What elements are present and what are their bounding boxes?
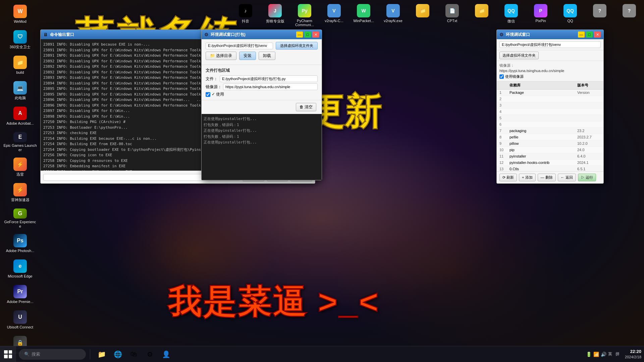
pkg-use-checkbox[interactable] — [206, 92, 210, 97]
desktop-icon-ubisoft[interactable]: U Ubisoft Connect — [1, 308, 39, 333]
desktop-icon-tr-douyin[interactable]: ♪ 抖音 — [233, 3, 258, 28]
icon-label: 雷神加速器 — [11, 198, 30, 202]
env-package-row[interactable]: 8 pefile 2023.2.7 — [497, 134, 603, 140]
pkg-clear-button[interactable]: 🗑 清空 — [296, 103, 316, 111]
env-col-ver: 版本号 — [577, 83, 601, 88]
pkg-unload-button[interactable]: 卸载 — [259, 52, 275, 60]
icon-label: v2rayN-C... — [325, 19, 343, 23]
env-package-row[interactable]: 5 — [497, 115, 603, 121]
tray-time-display: 22:20 — [625, 349, 641, 355]
env-pkg-version: 23.2 — [577, 129, 601, 133]
icon-label: PixPin — [535, 19, 546, 23]
desktop-icon-tr-pycharm[interactable]: Py PyCharm Communi... — [292, 3, 317, 28]
desktop-icon-epic[interactable]: E Epic Games Launcher — [1, 130, 39, 154]
env-run-button[interactable]: ▷ 运行 — [578, 174, 596, 181]
desktop-icon-360[interactable]: 🛡 360安全卫士 — [1, 28, 39, 52]
env-delete-button[interactable]: — 删除 — [538, 174, 556, 181]
start-button[interactable] — [0, 346, 16, 362]
pkg-file-row: 文件： — [206, 75, 318, 82]
desktop-icon-pc[interactable]: 💻 此电脑 — [1, 79, 39, 103]
tray-wifi-icon: 📶 — [593, 352, 599, 357]
pkg-window-content: 选择虚拟环境文件夹 📁 选择目录 安装 卸载 文件打包区域 文件： 镜像源： — [202, 39, 322, 180]
env-package-row[interactable]: 4 — [497, 109, 603, 115]
icon-image: A — [13, 107, 27, 120]
pkg-select-folder-button[interactable]: 选择虚拟环境文件夹 — [276, 42, 318, 50]
pkg-file-input[interactable] — [220, 75, 318, 82]
env-window-icon: ⚙ — [499, 32, 504, 37]
env-package-row[interactable]: 7 packaging 23.2 — [497, 128, 603, 134]
tray-input-method[interactable]: 英 拼 — [608, 351, 620, 357]
env-pkg-version: Version — [577, 90, 601, 95]
env-pkg-no: 2 — [499, 97, 509, 101]
tray-clock[interactable]: 22:20 2024/2/18 — [625, 349, 641, 359]
desktop-icon-tr-folder[interactable]: 📁 — [470, 3, 494, 28]
env-package-row[interactable]: 1 Package Version — [497, 89, 603, 96]
env-package-row[interactable]: 9 pillow 10.2.0 — [497, 140, 603, 147]
pkg-minimize-button[interactable]: — — [296, 32, 303, 38]
taskbar-icon-user[interactable]: 👤 — [159, 347, 173, 362]
pkg-install-button[interactable]: 安装 — [239, 52, 256, 60]
env-pkg-version: 24.0 — [577, 148, 601, 152]
taskbar-pinned-icons: 📁 🌐 🛍 ⚙ 👤 — [94, 347, 173, 362]
desktop-icon-tr-folder[interactable]: 📁 — [411, 3, 435, 28]
env-package-row[interactable]: 10 pip 24.0 — [497, 147, 603, 153]
desktop-icon-tr-v2ray[interactable]: V v2rayN.exe — [381, 3, 405, 28]
desktop-icon-edge[interactable]: e Microsoft Edge — [1, 257, 39, 282]
env-pkg-no: 9 — [499, 141, 509, 145]
desktop-icon-tr-cptxt[interactable]: 📄 CPTxt — [440, 3, 464, 28]
desktop-icon-premiere[interactable]: Pr Adobe Premie... — [1, 283, 39, 307]
env-close-button[interactable]: ✕ — [594, 32, 601, 38]
taskbar-icon-settings[interactable]: ⚙ — [143, 347, 157, 362]
icon-image: 📁 — [475, 4, 488, 17]
env-window: ⚙ 环境调试窗口 — □ ✕ 选择虚拟环境文件夹 镜像源： https://py… — [496, 29, 604, 184]
taskbar-icon-browser[interactable]: 🌐 — [110, 347, 125, 362]
env-package-row[interactable]: 11 pyinstaller 6.4.0 — [497, 153, 603, 160]
taskbar-icon-store[interactable]: 🛍 — [126, 347, 141, 362]
env-window-content: 选择虚拟环境文件夹 镜像源： https://pypi.tuna.tsinghu… — [497, 39, 603, 183]
env-package-row[interactable]: 6 — [497, 121, 603, 128]
env-refresh-button[interactable]: ⟳ 刷新 — [499, 174, 517, 181]
pkg-maximize-button[interactable]: □ — [304, 32, 311, 38]
desktop-icon-thunder[interactable]: ⚡ 雷神加速器 — [1, 181, 39, 205]
desktop-icon-photoshop[interactable]: Ps Adobe Photosh... — [1, 232, 39, 256]
env-select-button[interactable]: 选择虚拟环境文件夹 — [499, 52, 539, 59]
desktop-icon-adobe-acrobat[interactable]: A Adobe Acrobat... — [1, 105, 39, 129]
env-pkg-version: 2024.1 — [577, 161, 601, 165]
env-minimize-button[interactable]: — — [578, 32, 585, 38]
taskbar-search[interactable]: 🔍 搜索 — [19, 349, 86, 360]
env-back-button[interactable]: ← 返回 — [558, 174, 576, 181]
desktop-icon-tr-qq[interactable]: QQ 微信 — [499, 3, 523, 28]
env-package-row[interactable]: 2 — [497, 96, 603, 102]
desktop-icons-left: W WeMod 🛡 360安全卫士 📁 build 💻 此电脑 A Adobe … — [0, 0, 40, 346]
desktop-icon-tr-unknown[interactable]: ? — [588, 3, 612, 28]
env-package-row[interactable]: 13 0.Ctls 6.5.1 — [497, 166, 603, 171]
env-package-row[interactable]: 12 pyinstaller-hooks-contrib 2024.1 — [497, 160, 603, 166]
pkg-path-input[interactable] — [206, 43, 273, 49]
env-table-rows: 1 Package Version 2 3 4 5 6 7 packaging … — [497, 89, 603, 171]
desktop-icon-tr-winpacket[interactable]: W WinPacket... — [352, 3, 376, 28]
env-footer: ⟳ 刷新 + 添加 — 删除 ← 返回 ▷ 运行 — [497, 171, 603, 183]
search-icon: 🔍 — [24, 352, 30, 357]
desktop-icon-wemod[interactable]: W WeMod — [1, 3, 39, 27]
desktop-icon-tr-v2ray[interactable]: V v2rayN-C... — [322, 3, 346, 28]
desktop-icon-geforce[interactable]: G GeForce Experience — [1, 206, 39, 231]
desktop-icons-topright: ♪ 抖音 J 剪映专业版 Py PyCharm Communi... V v2r… — [231, 0, 644, 31]
env-add-button[interactable]: + 添加 — [519, 174, 535, 181]
env-pkg-version: 2023.2.7 — [577, 135, 601, 139]
windows-start-icon — [4, 350, 12, 358]
env-maximize-button[interactable]: □ — [586, 32, 593, 38]
desktop-icon-tr-jianying[interactable]: J 剪映专业版 — [263, 3, 287, 28]
env-use-mirror-checkbox[interactable] — [499, 74, 504, 79]
desktop-icon-thunder[interactable]: ⚡ 迅雷 — [1, 156, 39, 180]
desktop-icon-build[interactable]: 📁 build — [1, 54, 39, 78]
taskbar-icon-file-explorer[interactable]: 📁 — [94, 347, 109, 362]
desktop-icon-tr-unknown[interactable]: ? — [617, 3, 641, 28]
pkg-path-section: 选择虚拟环境文件夹 📁 选择目录 安装 卸载 — [202, 39, 322, 65]
env-path-input[interactable] — [499, 41, 601, 48]
pkg-mirror-input[interactable] — [223, 83, 318, 90]
pkg-close-button[interactable]: ✕ — [312, 32, 319, 38]
env-package-row[interactable]: 3 — [497, 102, 603, 109]
pkg-select-dir-button[interactable]: 📁 选择目录 — [206, 52, 236, 60]
desktop-icon-tr-qq[interactable]: QQ QQ — [558, 3, 582, 28]
desktop-icon-tr-pixpin[interactable]: P PixPin — [529, 3, 553, 28]
